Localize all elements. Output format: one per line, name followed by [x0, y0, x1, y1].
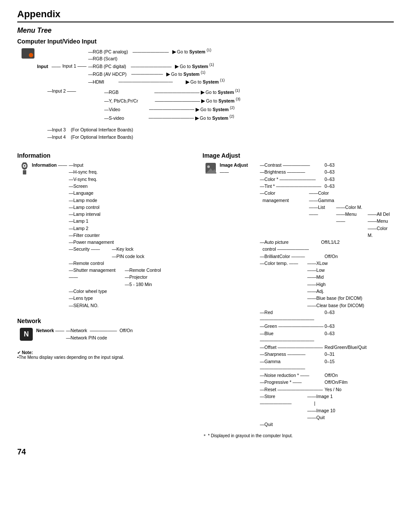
footnote: ＊ * Displayed in grayout in the computer… — [202, 433, 394, 439]
note-label: Note: — [22, 350, 33, 355]
network-root: Network — [36, 328, 54, 333]
tree-line: —RGB (PC analog) ————————▶ Go to System … — [88, 47, 225, 55]
network-tree: N Network —— —Network —————— Off/On —Net… — [20, 327, 190, 342]
network-title: Network — [17, 317, 190, 324]
input1-label: Input 1 —— — [62, 62, 87, 69]
page-title: Appendix — [17, 9, 394, 20]
tree-line: —HDMI ————————————▶ Go to System (1) — [88, 78, 225, 85]
information-icon — [20, 162, 29, 177]
image-adjust-title: Image Adjust — [202, 152, 394, 159]
asterisk-icon: ＊ — [202, 433, 208, 438]
information-root: Information — [32, 162, 57, 168]
page-header: Appendix — [17, 9, 394, 22]
computer-input-tree: Input —— Input 1 —— —RGB (PC analog) ———… — [22, 47, 394, 141]
svg-point-5 — [207, 165, 210, 168]
high-label: ——High — [307, 281, 364, 288]
input-icon — [22, 48, 34, 59]
tree-line: —RGB (AV HDCP) ———————▶ Go to System (1) — [88, 70, 225, 78]
section-title: Menu Tree — [17, 27, 394, 34]
information-title: Information — [17, 152, 190, 159]
image-adjust-icon — [205, 162, 216, 175]
network-icon: N — [20, 328, 33, 341]
note-text: •The Menu display varies depending on th… — [17, 355, 190, 360]
tree-line: —RGB (Scart) — [88, 55, 225, 62]
note-section: ✔ Note: •The Menu display varies dependi… — [17, 350, 190, 360]
computer-input-title: Computer Input/Video Input — [17, 38, 394, 45]
image-adjust-root: Image Adjust — [220, 162, 248, 168]
svg-rect-1 — [23, 170, 26, 174]
image-adjust-tree: Image Adjust —— —Contrast ——————0–63 —Br… — [205, 162, 394, 428]
page-number: 74 — [17, 448, 394, 457]
input-root-label: Input — [37, 63, 48, 70]
tree-line: —RGB (PC digital) —————————▶ Go to Syste… — [88, 62, 225, 70]
information-tree: Information —— —Input —H-sync freq. —V-s… — [20, 162, 190, 309]
svg-point-3 — [24, 165, 25, 167]
checkmark-icon: ✔ — [17, 350, 21, 355]
